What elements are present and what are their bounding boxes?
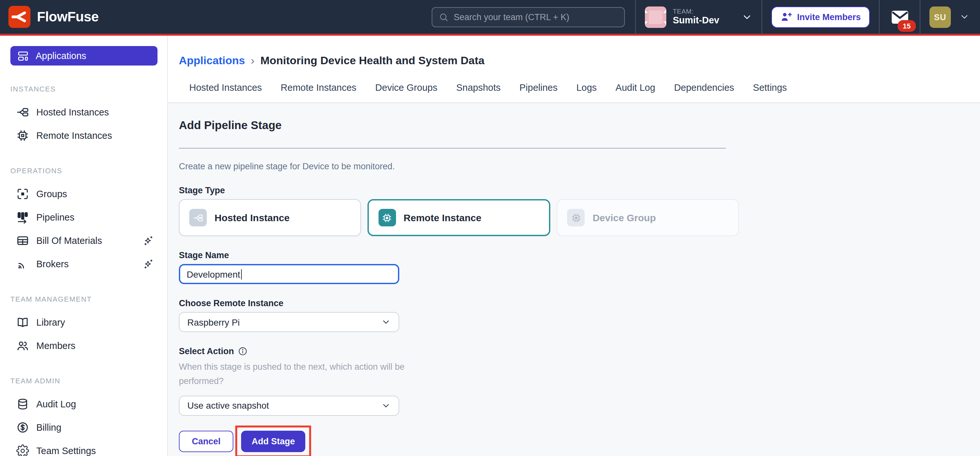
page-title: Monitoring Device Health and System Data [260,54,485,67]
sidebar-item-brokers[interactable]: Brokers [0,252,167,276]
sidebar-item-label: Pipelines [36,212,75,223]
text-cursor [241,269,242,279]
sidebar-section-team-management: TEAM MANAGEMENT [10,295,167,303]
sidebar-item-label: Members [36,341,75,351]
tab-device-groups[interactable]: Device Groups [375,82,438,94]
sparkles-icon [143,258,154,270]
info-icon[interactable] [238,346,248,356]
remote-instance-select[interactable]: Raspberry Pi [179,312,399,332]
sidebar-item-groups[interactable]: Groups [0,182,167,206]
main-area: Applications › Monitoring Device Health … [168,36,980,456]
user-plus-icon [780,11,792,23]
sidebar-section-operations: OPERATIONS [10,167,167,174]
notification-count-badge: 15 [898,20,916,32]
sidebar-item-label: Brokers [36,259,69,269]
tab-pipelines[interactable]: Pipelines [520,82,558,94]
add-pipeline-stage-panel: Add Pipeline Stage Create a new pipeline… [168,103,980,456]
sidebar-item-members[interactable]: Members [0,334,167,357]
billing-dollar-icon [16,421,29,434]
user-menu[interactable]: SU [920,6,980,27]
search-icon [439,12,449,22]
flowfuse-logo-icon [8,6,30,28]
remote-instance-icon [16,129,29,142]
broker-rss-icon [16,258,29,271]
sidebar: Applications INSTANCES Hosted Instances … [0,36,168,456]
form-title: Add Pipeline Stage [179,119,980,132]
breadcrumb-separator: › [251,54,255,67]
sidebar-item-label: Applications [36,51,86,61]
sidebar-item-library[interactable]: Library [0,311,167,334]
flowfuse-logo[interactable]: FlowFuse [8,6,99,28]
action-select[interactable]: Use active snapshot [179,395,399,415]
chevron-down-icon [381,400,391,410]
select-action-label-text: Select Action [179,346,234,356]
sidebar-item-team-settings[interactable]: Team Settings [0,439,167,456]
team-selector[interactable]: TEAM: Sumit-Dev [636,6,761,27]
sidebar-item-remote-instances[interactable]: Remote Instances [0,124,167,147]
breadcrumb: Applications › Monitoring Device Health … [179,53,970,69]
stage-name-value: Development [187,269,240,279]
sidebar-item-label: Hosted Instances [36,107,109,117]
stage-type-option-label: Hosted Instance [215,212,290,223]
team-label: TEAM: [673,8,719,15]
sidebar-item-applications[interactable]: Applications [10,46,158,65]
sidebar-item-label: Library [36,317,65,328]
sidebar-item-label: Audit Log [36,399,76,409]
action-value: Use active snapshot [187,400,269,411]
sidebar-item-label: Bill Of Materials [36,236,102,246]
brand-name: FlowFuse [37,9,99,25]
tab-settings[interactable]: Settings [753,82,787,94]
sidebar-item-pipelines[interactable]: Pipelines [0,206,167,229]
stage-type-label: Stage Type [179,185,980,195]
add-stage-button[interactable]: Add Stage [242,430,305,452]
select-action-label: Select Action [179,346,980,356]
chevron-down-icon [741,11,752,22]
tab-audit-log[interactable]: Audit Log [616,82,655,94]
stage-type-hosted-instance[interactable]: Hosted Instance [179,199,361,236]
groups-icon [16,187,29,201]
sidebar-section-instances: INSTANCES [10,85,167,93]
notifications-button[interactable]: 15 [880,10,920,24]
stage-type-options: Hosted Instance Remote Instance Device G… [179,199,739,236]
team-search[interactable] [432,7,625,27]
tab-snapshots[interactable]: Snapshots [456,82,501,94]
tab-hosted-instances[interactable]: Hosted Instances [189,82,262,94]
select-action-help: When this stage is pushed to the next, w… [179,360,432,389]
stage-type-device-group: Device Group [557,199,739,236]
chevron-down-icon [381,317,391,327]
remote-instance-icon [378,209,396,226]
top-navbar: FlowFuse TEAM: Sumit-Dev Invite Memb [0,0,980,36]
device-group-icon [568,209,585,226]
sidebar-item-hosted-instances[interactable]: Hosted Instances [0,100,167,124]
hosted-instance-icon [16,106,29,119]
sidebar-item-label: Team Settings [36,446,96,456]
sidebar-item-label: Billing [36,422,61,433]
breadcrumb-applications-link[interactable]: Applications [179,54,245,67]
user-avatar: SU [929,6,951,27]
tab-dependencies[interactable]: Dependencies [674,82,734,94]
sidebar-item-billing[interactable]: Billing [0,416,167,439]
pipelines-icon [16,211,29,224]
sidebar-item-audit-log[interactable]: Audit Log [0,392,167,416]
stage-name-label: Stage Name [179,250,980,260]
cancel-button[interactable]: Cancel [179,430,234,452]
form-description: Create a new pipeline stage for Device t… [179,161,980,171]
invite-members-button[interactable]: Invite Members [771,6,870,27]
search-input[interactable] [454,12,618,22]
library-book-icon [16,316,29,329]
page-header: Applications › Monitoring Device Health … [168,36,980,103]
sidebar-section-team-admin: TEAM ADMIN [10,377,167,385]
stage-name-input[interactable]: Development [179,264,399,284]
members-icon [16,339,29,352]
tab-remote-instances[interactable]: Remote Instances [281,82,356,94]
team-avatar [645,6,666,27]
stage-type-remote-instance[interactable]: Remote Instance [367,199,550,236]
remote-instance-label: Choose Remote Instance [179,298,980,308]
sidebar-item-label: Groups [36,189,67,199]
applications-icon [17,49,29,62]
stage-type-option-label: Device Group [593,212,656,223]
chevron-down-icon [959,12,970,22]
sidebar-item-bill-of-materials[interactable]: Bill Of Materials [0,229,167,252]
form-actions: Cancel Add Stage [179,425,980,456]
tab-logs[interactable]: Logs [576,82,597,94]
